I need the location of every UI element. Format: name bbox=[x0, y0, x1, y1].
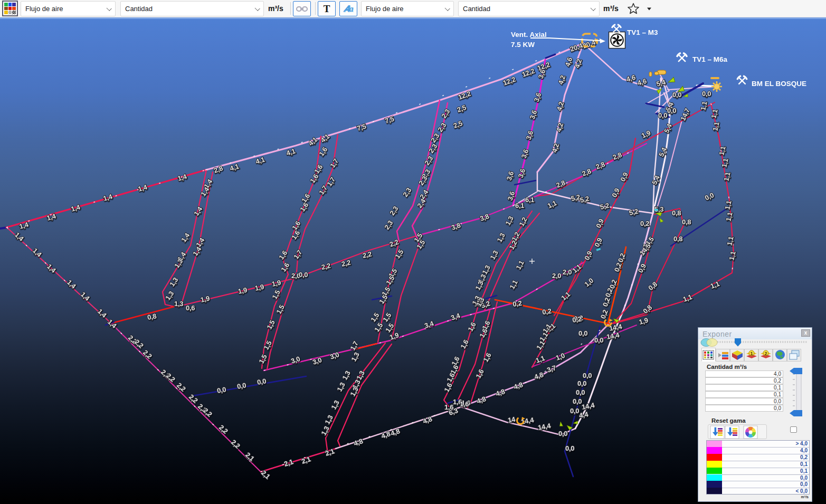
svg-text:1: 1 bbox=[750, 351, 753, 356]
svg-text:1,1: 1,1 bbox=[709, 280, 720, 290]
svg-text:BM EL BOSQUE: BM EL BOSQUE bbox=[752, 80, 806, 88]
svg-text:0,9: 0,9 bbox=[610, 187, 621, 198]
svg-text:3,4: 3,4 bbox=[450, 311, 461, 322]
svg-text:1,3: 1,3 bbox=[340, 369, 352, 381]
svg-text:4,2: 4,2 bbox=[557, 74, 567, 85]
svg-text:3,7: 3,7 bbox=[546, 364, 557, 374]
svg-text:2,0: 2,0 bbox=[563, 268, 572, 276]
svg-text:6,1: 6,1 bbox=[515, 202, 524, 210]
svg-text:1,1: 1,1 bbox=[709, 109, 719, 119]
svg-text:1,6: 1,6 bbox=[474, 368, 485, 379]
svg-text:3,6: 3,6 bbox=[528, 109, 539, 120]
svg-text:1,3: 1,3 bbox=[168, 276, 179, 288]
svg-text:1,4: 1,4 bbox=[65, 278, 78, 290]
svg-text:2,3: 2,3 bbox=[440, 108, 451, 120]
svg-text:1,1: 1,1 bbox=[508, 279, 519, 290]
svg-text:0,2: 0,2 bbox=[599, 309, 610, 320]
svg-text:2,2: 2,2 bbox=[175, 381, 187, 393]
svg-text:4,6: 4,6 bbox=[637, 77, 648, 87]
svg-text:1,0: 1,0 bbox=[583, 277, 595, 289]
svg-text:0,0: 0,0 bbox=[257, 377, 267, 386]
svg-text:6,1: 6,1 bbox=[525, 196, 534, 204]
svg-text:0,0: 0,0 bbox=[570, 407, 579, 415]
svg-text:1,4: 1,4 bbox=[137, 183, 149, 193]
svg-text:0,0: 0,0 bbox=[578, 329, 587, 337]
svg-text:3,8: 3,8 bbox=[450, 221, 461, 232]
svg-text:1,5: 1,5 bbox=[265, 319, 276, 330]
svg-text:4,2: 4,2 bbox=[573, 58, 584, 69]
svg-text:0,8: 0,8 bbox=[673, 235, 682, 243]
svg-text:0,8: 0,8 bbox=[682, 218, 691, 226]
svg-text:0,0: 0,0 bbox=[236, 381, 247, 391]
svg-text:1,6: 1,6 bbox=[290, 220, 302, 232]
svg-text:1,6: 1,6 bbox=[300, 192, 311, 204]
svg-text:1,4: 1,4 bbox=[96, 307, 109, 319]
svg-text:0,8: 0,8 bbox=[147, 312, 157, 321]
svg-text:1,9: 1,9 bbox=[238, 286, 248, 296]
svg-text:1,4: 1,4 bbox=[192, 205, 204, 217]
svg-text:1,1: 1,1 bbox=[720, 158, 729, 168]
svg-text:4,4: 4,4 bbox=[578, 410, 590, 420]
svg-text:2,2: 2,2 bbox=[230, 438, 242, 450]
svg-text:2,2: 2,2 bbox=[341, 259, 352, 268]
svg-text:0,0: 0,0 bbox=[216, 385, 227, 395]
svg-text:0,0: 0,0 bbox=[704, 191, 715, 202]
svg-text:1,7: 1,7 bbox=[325, 176, 337, 188]
svg-text:2,2: 2,2 bbox=[217, 423, 230, 435]
svg-text:0,0: 0,0 bbox=[576, 388, 585, 396]
svg-text:2,3: 2,3 bbox=[436, 121, 448, 134]
svg-text:1,5: 1,5 bbox=[369, 311, 381, 324]
svg-text:7,5: 7,5 bbox=[384, 115, 395, 125]
svg-text:3,0: 3,0 bbox=[290, 355, 301, 365]
svg-text:4,2: 4,2 bbox=[550, 142, 561, 154]
svg-text:2,5: 2,5 bbox=[456, 103, 467, 114]
svg-text:12,2: 12,2 bbox=[457, 89, 472, 101]
svg-text:1,3: 1,3 bbox=[488, 249, 499, 261]
svg-text:1,4: 1,4 bbox=[13, 231, 26, 243]
svg-text:0,0: 0,0 bbox=[667, 107, 676, 115]
svg-text:1,6: 1,6 bbox=[444, 403, 453, 411]
svg-text:1,1: 1,1 bbox=[717, 146, 727, 156]
svg-text:3,0: 3,0 bbox=[329, 350, 340, 361]
svg-text:14,4: 14,4 bbox=[537, 422, 552, 432]
svg-text:7.5 KW: 7.5 KW bbox=[511, 41, 535, 49]
svg-text:3,6: 3,6 bbox=[525, 130, 535, 141]
svg-text:1,1: 1,1 bbox=[724, 212, 734, 222]
svg-text:1,5: 1,5 bbox=[257, 353, 268, 365]
svg-text:12,2: 12,2 bbox=[502, 75, 517, 87]
svg-text:5,2: 5,2 bbox=[600, 202, 610, 211]
svg-text:1,9: 1,9 bbox=[200, 294, 211, 304]
svg-text:Vent. Axial: Vent. Axial bbox=[511, 31, 547, 39]
svg-text:1,6: 1,6 bbox=[460, 400, 469, 408]
svg-text:0,2: 0,2 bbox=[542, 307, 552, 316]
svg-text:1,6: 1,6 bbox=[466, 321, 477, 332]
svg-text:0,0: 0,0 bbox=[672, 91, 681, 99]
svg-text:0,0: 0,0 bbox=[299, 271, 308, 279]
svg-text:2,2: 2,2 bbox=[141, 348, 154, 360]
svg-text:1,3: 1,3 bbox=[335, 381, 346, 393]
svg-text:4,2: 4,2 bbox=[555, 122, 565, 133]
svg-text:14,7: 14,7 bbox=[679, 107, 691, 122]
svg-text:0,0: 0,0 bbox=[577, 379, 586, 387]
svg-text:1,1: 1,1 bbox=[723, 200, 733, 211]
svg-text:TV1 – M6a: TV1 – M6a bbox=[692, 55, 728, 63]
svg-text:1,4: 1,4 bbox=[102, 192, 114, 202]
svg-text:1,0: 1,0 bbox=[555, 351, 566, 362]
svg-text:2,3: 2,3 bbox=[383, 219, 394, 231]
svg-text:1,9: 1,9 bbox=[271, 279, 282, 288]
svg-text:4,1: 4,1 bbox=[307, 136, 319, 148]
svg-text:1,4: 1,4 bbox=[177, 172, 188, 182]
svg-text:4,1: 4,1 bbox=[319, 132, 331, 145]
svg-text:4,8: 4,8 bbox=[512, 381, 524, 391]
svg-text:4,8: 4,8 bbox=[353, 437, 364, 448]
svg-text:1,4: 1,4 bbox=[70, 203, 82, 213]
svg-text:3,6: 3,6 bbox=[505, 170, 516, 182]
svg-text:2,3: 2,3 bbox=[423, 155, 434, 167]
svg-text:4,8: 4,8 bbox=[533, 370, 544, 381]
svg-text:0,0: 0,0 bbox=[583, 372, 592, 379]
svg-text:14,4: 14,4 bbox=[581, 401, 595, 411]
svg-text:2,2: 2,2 bbox=[362, 250, 373, 260]
svg-text:1,1: 1,1 bbox=[682, 293, 693, 303]
svg-text:0,2: 0,2 bbox=[640, 220, 649, 227]
svg-text:1,4: 1,4 bbox=[79, 290, 92, 302]
